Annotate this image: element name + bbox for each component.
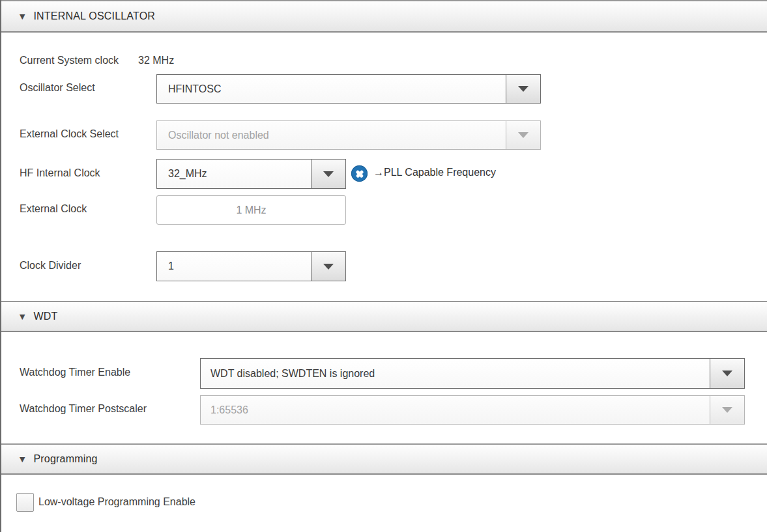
current-system-clock-value: 32 MHz [138,55,174,66]
external-clock-value: 1 MHz [236,204,266,216]
dropdown-arrow-icon [323,171,334,177]
collapse-triangle-icon: ▼ [20,313,25,321]
watchdog-timer-enable-label: Watchdog Timer Enable [20,367,130,378]
section-title: WDT [33,311,57,322]
oscillator-select-label: Oscillator Select [20,82,95,94]
external-clock-label: External Clock [20,203,87,215]
collapse-triangle-icon: ▼ [20,12,25,21]
pll-note: →PLL Capable Frequency [373,167,496,178]
section-title: INTERNAL OSCILLATOR [33,10,155,22]
collapse-triangle-icon: ▼ [20,455,25,464]
section-header-wdt[interactable]: ▼ WDT [0,301,767,332]
dropdown-arrow-icon [518,132,528,138]
external-clock-input: 1 MHz [156,195,346,225]
combobox-value: HFINTOSC [157,75,506,103]
external-clock-select-label: External Clock Select [20,128,119,140]
dropdown-arrow-button [710,396,744,424]
oscillator-select-combobox[interactable]: HFINTOSC [156,74,541,104]
section-title: Programming [33,453,97,465]
dropdown-arrow-button [506,121,540,149]
lvp-label: Low-voltage Programming Enable [38,496,195,508]
dropdown-arrow-button[interactable] [311,160,345,188]
config-panel: ▼ INTERNAL OSCILLATOR Current System clo… [0,0,767,532]
dropdown-arrow-icon [722,407,732,413]
dropdown-arrow-button[interactable] [311,252,345,281]
dropdown-arrow-icon [323,264,334,270]
combobox-value: 1 [157,252,311,281]
watchdog-timer-postscaler-combobox: 1:65536 [200,395,745,425]
hf-internal-clock-label: HF Internal Clock [20,167,100,179]
dropdown-arrow-icon [722,371,732,376]
clock-divider-label: Clock Divider [20,260,81,272]
combobox-value: Oscillator not enabled [157,121,506,149]
dropdown-arrow-icon [518,86,528,92]
section-header-programming[interactable]: ▼ Programming [0,443,767,475]
clock-divider-combobox[interactable]: 1 [156,251,346,281]
combobox-value: WDT disabled; SWDTEN is ignored [201,359,710,388]
pll-clear-icon[interactable] [351,165,368,182]
external-clock-select-combobox: Oscillator not enabled [156,120,541,150]
combobox-value: 32_MHz [157,160,311,188]
hf-internal-clock-combobox[interactable]: 32_MHz [156,159,346,189]
section-header-internal-oscillator[interactable]: ▼ INTERNAL OSCILLATOR [0,0,767,33]
watchdog-timer-postscaler-label: Watchdog Timer Postscaler [20,403,147,415]
dropdown-arrow-button[interactable] [506,75,540,103]
dropdown-arrow-button[interactable] [710,359,744,388]
lvp-checkbox[interactable] [16,493,34,512]
combobox-value: 1:65536 [201,396,710,424]
watchdog-timer-enable-combobox[interactable]: WDT disabled; SWDTEN is ignored [200,358,745,389]
current-system-clock-label: Current System clock [20,55,119,66]
